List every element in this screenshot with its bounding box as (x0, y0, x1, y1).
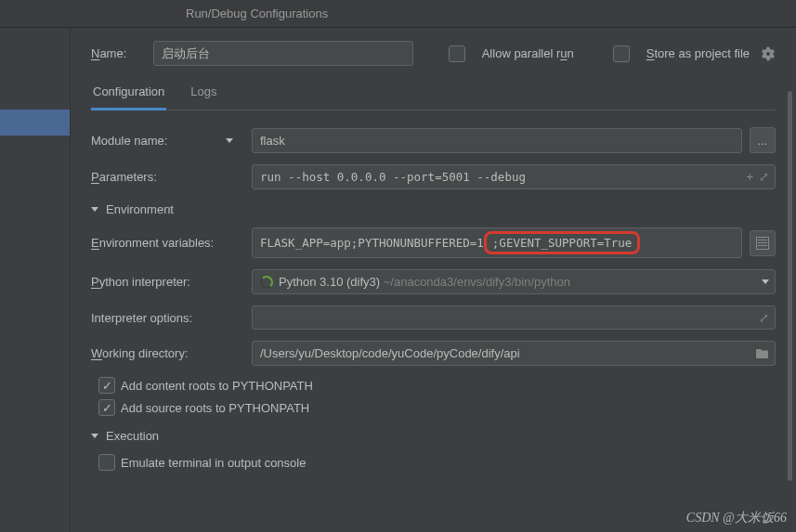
interpreter-dropdown[interactable]: Python 3.10 (dify3) ~/anaconda3/envs/dif… (252, 269, 776, 294)
name-label: NName:ame: (91, 46, 142, 60)
working-dir-field[interactable]: /Users/yu/Desktop/code/yuCode/pyCode/dif… (252, 341, 776, 366)
expand-icon[interactable]: ⤢ (759, 170, 769, 184)
module-name-more-button[interactable]: ... (750, 127, 776, 153)
loading-spinner-icon (260, 276, 273, 289)
name-input[interactable] (153, 41, 413, 66)
gear-icon[interactable] (761, 46, 776, 61)
emulate-terminal-checkbox[interactable] (98, 454, 115, 471)
window-titlebar: Run/Debug Configurations (0, 0, 796, 28)
add-source-roots-label: Add source roots to PYTHONPATH (121, 401, 309, 415)
parameters-value: run --host 0.0.0.0 --port=5001 --debug (260, 170, 526, 184)
expand-icon[interactable]: ⤢ (759, 311, 769, 325)
main-layout: NName:ame: Allow parallel run Store as p… (0, 28, 796, 532)
window-title: Run/Debug Configurations (186, 6, 328, 20)
working-dir-label: Working directory: (91, 346, 244, 360)
parameters-label: Parameters: (91, 170, 244, 184)
env-vars-edit-button[interactable] (750, 230, 776, 256)
env-vars-label: Environment variables: (91, 236, 244, 250)
add-source-roots-checkbox[interactable] (98, 399, 115, 416)
config-tree-item-selected[interactable] (0, 110, 70, 136)
interpreter-label: Python interpreter: (91, 275, 244, 289)
folder-icon[interactable] (755, 348, 769, 359)
collapse-icon (91, 207, 98, 212)
config-tree-sidebar[interactable] (0, 28, 71, 532)
dropdown-icon (762, 279, 769, 284)
collapse-icon (91, 434, 98, 438)
interpreter-name: Python 3.10 (dify3) (279, 275, 380, 289)
env-vars-field[interactable]: FLASK_APP=app;PYTHONUNBUFFERED=1;GEVENT_… (252, 227, 742, 258)
store-project-label: Store as project file (646, 46, 750, 60)
working-dir-value: /Users/yu/Desktop/code/yuCode/pyCode/dif… (260, 346, 520, 360)
module-name-value: flask (260, 134, 285, 148)
env-vars-highlight: ;GEVENT_SUPPORT=True (484, 231, 641, 254)
module-name-dropdown-icon[interactable] (226, 138, 233, 143)
watermark: CSDN @大米饭66 (686, 510, 787, 526)
tabs: Configuration Logs (91, 84, 776, 110)
add-content-roots-label: Add content roots to PYTHONPATH (121, 379, 313, 393)
add-content-roots-checkbox[interactable] (98, 377, 115, 394)
content-pane: NName:ame: Allow parallel run Store as p… (71, 28, 796, 532)
list-icon (756, 237, 769, 250)
interpreter-path: ~/anaconda3/envs/dify3/bin/python (384, 275, 570, 289)
interpreter-opts-field[interactable]: ⤢ (252, 305, 776, 330)
plus-icon[interactable]: + (746, 170, 753, 184)
tab-configuration[interactable]: Configuration (91, 84, 166, 110)
module-name-field[interactable]: flask (252, 128, 742, 153)
tab-logs[interactable]: Logs (189, 84, 218, 110)
environment-section-header[interactable]: Environment (91, 202, 776, 216)
header-row: NName:ame: Allow parallel run Store as p… (91, 41, 776, 66)
interpreter-opts-label: Interpreter options: (91, 311, 244, 325)
env-vars-value: FLASK_APP=app;PYTHONUNBUFFERED=1 (260, 236, 484, 250)
store-project-checkbox[interactable] (613, 45, 630, 62)
parameters-field[interactable]: run --host 0.0.0.0 --port=5001 --debug +… (252, 164, 776, 189)
allow-parallel-label: Allow parallel run (482, 46, 574, 60)
module-name-label: Module name: (91, 134, 167, 148)
allow-parallel-checkbox[interactable] (449, 45, 465, 62)
vertical-scrollbar[interactable] (788, 91, 792, 481)
emulate-terminal-label: Emulate terminal in output console (121, 456, 306, 470)
execution-section-header[interactable]: Execution (91, 429, 776, 443)
